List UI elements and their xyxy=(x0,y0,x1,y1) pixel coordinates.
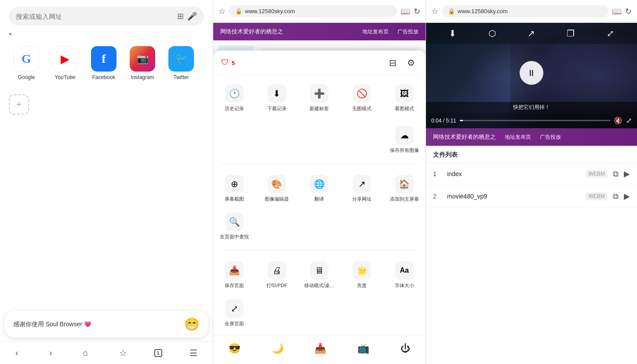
menu-download2-btn[interactable]: 📥 xyxy=(309,340,331,357)
file-play-button-1[interactable]: ▶ xyxy=(624,169,630,179)
site-nav2[interactable]: 广告投放 xyxy=(397,28,419,36)
menu-save-images[interactable]: ☁ 保存所有图像 xyxy=(383,121,426,159)
video-pause-button[interactable]: ⏸ xyxy=(520,61,543,85)
search-input[interactable] xyxy=(16,13,174,20)
back-button[interactable]: ‹ xyxy=(12,344,22,361)
add-home-icon: 🏠 xyxy=(395,175,414,193)
menu-face-btn[interactable]: 😎 xyxy=(223,340,246,357)
menu-new-tab[interactable]: ➕ 新建标签 xyxy=(298,79,341,117)
file-number-1: 1 xyxy=(433,170,442,177)
menu-image-view[interactable]: 🖼 看图模式 xyxy=(383,79,426,117)
menu-translate[interactable]: 🌐 翻译 xyxy=(298,169,341,207)
twitter-label: Twitter xyxy=(173,74,189,80)
image-view-icon: 🖼 xyxy=(395,84,414,103)
facebook-label: Facebook xyxy=(92,74,116,80)
menu-desktop-mode[interactable]: 🖥 移动模式/桌… xyxy=(298,256,341,294)
menu-power-btn[interactable]: ⏻ xyxy=(395,340,415,357)
reader-mode-icon[interactable]: 📖 xyxy=(400,7,410,16)
bookmark-twitter[interactable]: 🐦 Twitter xyxy=(164,46,199,80)
instagram-icon: 📷 xyxy=(130,46,155,72)
bookmark-google[interactable]: G Google xyxy=(9,46,44,80)
menu-divider-1 xyxy=(220,164,419,164)
video-url-bar[interactable]: 🔒 www.12580sky.com xyxy=(442,5,608,17)
menu-top-bar: 🛡 5 ⊟ ⚙ xyxy=(213,50,426,76)
add-tab-button[interactable]: + xyxy=(9,94,29,115)
video-expand-btn[interactable]: ⤢ xyxy=(607,28,614,39)
video-progress-bar[interactable] xyxy=(460,120,610,121)
browser-panel: ☆ 🔒 www.12580sky.com 📖 ↻ 网络技术爱好者的栖息之 地址发… xyxy=(213,0,426,364)
url-text: www.12580sky.com xyxy=(245,8,295,14)
mic-icon[interactable]: 🎤 xyxy=(187,11,197,21)
menu-save-images-label: 保存所有图像 xyxy=(390,147,419,153)
video-pip-btn[interactable]: ⬡ xyxy=(488,28,496,39)
video-controls-overlay: ⬇ ⬡ ↗ ❐ ⤢ ⏸ 快把它们用掉！ 0:04 / 5:11 🔇 xyxy=(426,23,637,128)
file-copy-button-2[interactable]: ⧉ xyxy=(613,192,619,201)
bookmark-facebook[interactable]: f Facebook xyxy=(86,46,121,80)
menu-brightness[interactable]: 🌟 亮度 xyxy=(341,256,383,294)
tab-count-button[interactable]: 1 xyxy=(154,349,162,357)
menu-print[interactable]: 🖨 打印/PDF xyxy=(256,256,298,294)
menu-grid-row2: ⊕ 屏幕截图 🎨 图像编辑器 🌐 翻译 ↗ 分享网址 🏠 添加到主屏幕 xyxy=(213,166,426,249)
file-list-item-2: 2 movie480_vp9 WEBM ⧉ ▶ xyxy=(426,185,637,208)
file-list-section: 文件列表 1 index WEBM ⧉ ▶ 2 movie480_vp9 WEB… xyxy=(426,146,637,364)
video-total-time: 5:11 xyxy=(446,118,456,124)
settings-icon[interactable]: ⚙ xyxy=(404,56,419,70)
menu-find-page-label: 在页面中查找 xyxy=(220,234,249,240)
twitter-icon: 🐦 xyxy=(168,46,194,72)
video-star-icon: ☆ xyxy=(431,7,438,16)
file-play-button-2[interactable]: ▶ xyxy=(624,191,630,201)
menu-find-page[interactable]: 🔍 在页面中查找 xyxy=(213,207,256,245)
tab-manager-icon[interactable]: ⊟ xyxy=(386,56,400,70)
thank-you-banner: 感谢你使用 Soul Browser 💗 😁 xyxy=(4,311,208,338)
video-refresh-icon[interactable]: ↻ xyxy=(625,7,632,16)
video-copy-btn[interactable]: ❐ xyxy=(567,28,575,39)
menu-desktop-mode-label: 移动模式/桌… xyxy=(304,282,335,288)
refresh-icon[interactable]: ↻ xyxy=(414,7,420,16)
video-mute-button[interactable]: 🔇 xyxy=(614,116,622,125)
video-reader-icon[interactable]: 📖 xyxy=(612,7,622,16)
menu-font-size[interactable]: Aa 字体大小 xyxy=(383,256,426,294)
menu-no-image[interactable]: 🚫 无图模式 xyxy=(341,79,383,117)
menu-fullscreen[interactable]: ⤢ 全屏页面 xyxy=(213,294,256,332)
video-site-nav1[interactable]: 地址发布页 xyxy=(505,133,531,141)
menu-image-view-label: 看图模式 xyxy=(395,105,414,112)
video-subtitle: 快把它们用掉！ xyxy=(426,102,637,113)
bookmark-button[interactable]: ☆ xyxy=(116,344,131,362)
video-download-btn[interactable]: ⬇ xyxy=(449,28,456,39)
site-nav1[interactable]: 地址发布页 xyxy=(362,28,389,36)
menu-save-page[interactable]: 📥 保存页面 xyxy=(213,256,256,294)
menu-night-btn[interactable]: 🌙 xyxy=(266,340,289,357)
menu-tv-btn[interactable]: 📺 xyxy=(352,340,375,357)
menu-divider-2 xyxy=(220,250,419,251)
video-bottom-controls: 0:04 / 5:11 🔇 ⤢ xyxy=(426,113,637,128)
menu-downloads[interactable]: ⬇ 下载记录 xyxy=(256,79,298,117)
save-images-icon: ☁ xyxy=(395,126,414,144)
menu-share-url[interactable]: ↗ 分享网址 xyxy=(341,169,383,207)
file-name-1: index xyxy=(447,170,581,177)
menu-history-label: 历史记录 xyxy=(225,105,244,112)
file-copy-button-1[interactable]: ⧉ xyxy=(613,169,619,179)
video-time: 0:04 / 5:11 xyxy=(431,118,456,124)
video-share-btn[interactable]: ↗ xyxy=(528,28,535,39)
menu-image-editor[interactable]: 🎨 图像编辑器 xyxy=(256,169,298,207)
expand-icon[interactable]: ⊞ xyxy=(177,11,184,21)
file-name-2: movie480_vp9 xyxy=(447,193,581,200)
shield-button[interactable]: 🛡 5 xyxy=(220,58,235,68)
video-fullscreen-button[interactable]: ⤢ xyxy=(626,116,632,125)
video-site-nav2[interactable]: 广告投放 xyxy=(540,133,561,141)
menu-button[interactable]: ☰ xyxy=(186,344,201,362)
facebook-icon: f xyxy=(91,46,116,72)
bookmark-youtube[interactable]: ▶ YouTube xyxy=(47,46,83,80)
bookmark-instagram[interactable]: 📷 Instagram xyxy=(125,46,160,80)
home-button[interactable]: ⌂ xyxy=(80,344,92,361)
history-icon: 🕐 xyxy=(225,84,244,103)
menu-save-page-label: 保存页面 xyxy=(225,282,244,288)
menu-screenshot[interactable]: ⊕ 屏幕截图 xyxy=(213,169,256,207)
menu-add-home[interactable]: 🏠 添加到主屏幕 xyxy=(383,169,426,207)
dropdown-arrow[interactable]: ▾ xyxy=(0,29,213,39)
no-image-icon: 🚫 xyxy=(353,84,371,103)
menu-history[interactable]: 🕐 历史记录 xyxy=(213,79,256,117)
video-center-area: ⏸ xyxy=(426,44,637,102)
forward-button[interactable]: › xyxy=(46,344,56,361)
url-bar[interactable]: 🔒 www.12580sky.com xyxy=(229,5,397,17)
